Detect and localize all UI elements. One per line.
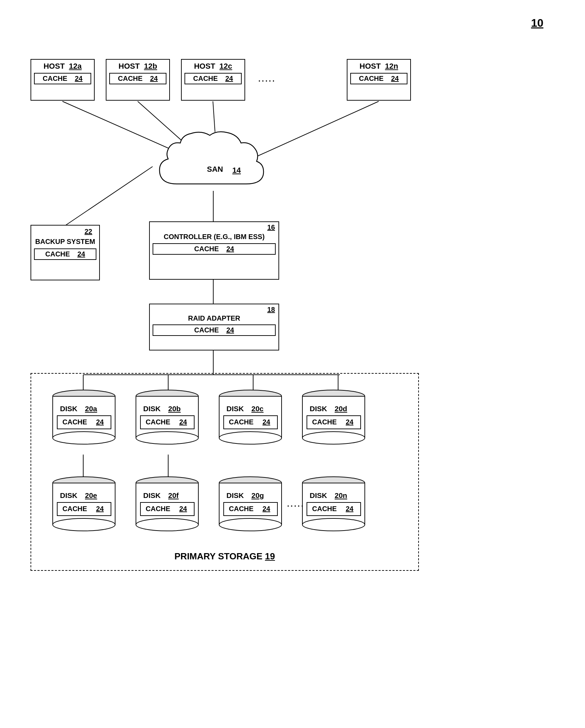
controller-label: CONTROLLER (E.G., IBM ESS)	[150, 231, 278, 242]
svg-text:24: 24	[263, 418, 270, 426]
disk-20a: DISK 20a CACHE 24	[50, 389, 118, 455]
disk-20e: DISK 20e CACHE 24	[50, 475, 118, 541]
svg-text:20b: 20b	[168, 405, 181, 413]
controller-cache-ref: 24	[226, 245, 234, 253]
svg-text:CACHE: CACHE	[229, 505, 253, 513]
svg-text:CACHE: CACHE	[312, 505, 337, 513]
controller-box: 16 CONTROLLER (E.G., IBM ESS) CACHE 24	[149, 221, 279, 280]
svg-text:24: 24	[179, 505, 187, 513]
host-12c-title: HOST 12c	[182, 60, 244, 71]
svg-line-5	[65, 167, 153, 226]
host-12b-cache-ref: 24	[150, 75, 158, 83]
svg-text:DISK: DISK	[60, 405, 77, 413]
raid-cache-ref: 24	[226, 326, 234, 334]
svg-point-43	[302, 432, 365, 444]
raid-label: RAID ADAPTER	[150, 314, 278, 323]
backup-cache: CACHE 24	[34, 248, 96, 260]
svg-text:20f: 20f	[168, 491, 179, 499]
host-12n-box: HOST 12n CACHE 24	[347, 59, 411, 101]
svg-text:DISK: DISK	[226, 405, 244, 413]
svg-text:DISK: DISK	[143, 491, 161, 499]
page-number: 10	[531, 17, 543, 29]
disk-20n: DISK 20n CACHE 24	[300, 475, 368, 541]
svg-text:24: 24	[346, 505, 354, 513]
host-12a-title: HOST 12a	[31, 60, 94, 71]
svg-text:20g: 20g	[251, 491, 264, 499]
svg-text:DISK: DISK	[143, 405, 161, 413]
disk-20c: DISK 20c CACHE 24	[217, 389, 284, 455]
svg-text:CACHE: CACHE	[146, 418, 170, 426]
host-12b-title: HOST 12b	[106, 60, 169, 71]
svg-text:24: 24	[263, 505, 270, 513]
svg-text:SAN: SAN	[207, 165, 223, 173]
host-12n-cache: CACHE 24	[350, 73, 407, 84]
svg-text:CACHE: CACHE	[312, 418, 337, 426]
host-12b-box: HOST 12b CACHE 24	[106, 59, 170, 101]
host-12a-ref: 12a	[69, 62, 82, 70]
backup-cache-ref: 24	[77, 250, 85, 258]
disk-20b: DISK 20b CACHE 24	[134, 389, 201, 455]
backup-ref: 22	[31, 226, 99, 236]
svg-text:20a: 20a	[85, 405, 97, 413]
svg-text:20c: 20c	[251, 405, 264, 413]
svg-text:20d: 20d	[335, 405, 347, 413]
svg-point-51	[53, 518, 115, 531]
svg-text:14: 14	[232, 166, 241, 175]
host-12n-title: HOST 12n	[347, 60, 410, 71]
svg-point-67	[219, 518, 282, 531]
svg-text:DISK: DISK	[226, 491, 244, 499]
backup-label: BACKUP SYSTEM	[31, 236, 99, 247]
svg-text:20n: 20n	[335, 491, 347, 499]
host-12c-cache-label: CACHE	[193, 75, 218, 83]
disk-20f: DISK 20f CACHE 24	[134, 475, 201, 541]
svg-line-2	[213, 101, 215, 132]
disk-20d: DISK 20d CACHE 24	[300, 389, 368, 455]
svg-text:DISK: DISK	[310, 491, 327, 499]
svg-point-19	[53, 432, 115, 444]
svg-point-35	[219, 432, 282, 444]
svg-text:DISK: DISK	[310, 405, 327, 413]
controller-cache: CACHE 24	[153, 243, 276, 255]
host-12n-cache-label: CACHE	[359, 75, 384, 83]
svg-text:24: 24	[96, 505, 104, 513]
svg-text:CACHE: CACHE	[229, 418, 253, 426]
host-12n-ref: 12n	[385, 62, 398, 70]
host-12b-cache-label: CACHE	[118, 75, 143, 83]
host-12c-box: HOST 12c CACHE 24	[181, 59, 245, 101]
backup-cache-label: CACHE	[45, 250, 70, 258]
primary-storage-label: PRIMARY STORAGE 19	[31, 551, 418, 562]
host-12a-cache-ref: 24	[75, 75, 83, 83]
host-12c-cache-ref: 24	[225, 75, 233, 83]
host-12a-cache: CACHE 24	[34, 73, 91, 84]
svg-point-59	[136, 518, 198, 531]
dots-hosts: .....	[258, 75, 276, 84]
svg-text:DISK: DISK	[60, 491, 77, 499]
disk-20g: DISK 20g CACHE 24	[217, 475, 284, 541]
raid-ref: 18	[267, 306, 275, 314]
svg-text:20e: 20e	[85, 491, 97, 499]
host-12a-cache-label: CACHE	[43, 75, 67, 83]
controller-cache-label: CACHE	[194, 245, 219, 253]
svg-text:CACHE: CACHE	[62, 505, 87, 513]
svg-point-27	[136, 432, 198, 444]
raid-cache: CACHE 24	[153, 324, 276, 336]
svg-text:24: 24	[346, 418, 354, 426]
host-12c-cache: CACHE 24	[184, 73, 242, 84]
host-12n-cache-ref: 24	[391, 75, 399, 83]
host-12c-ref: 12c	[220, 62, 232, 70]
svg-point-75	[302, 518, 365, 531]
host-12a-box: HOST 12a CACHE 24	[31, 59, 95, 101]
raid-adapter-box: 18 RAID ADAPTER CACHE 24	[149, 304, 279, 350]
host-12b-ref: 12b	[144, 62, 157, 70]
raid-cache-label: CACHE	[194, 326, 219, 334]
svg-text:24: 24	[96, 418, 104, 426]
svg-text:CACHE: CACHE	[62, 418, 87, 426]
svg-text:CACHE: CACHE	[146, 505, 170, 513]
host-12b-cache: CACHE 24	[109, 73, 166, 84]
backup-system-box: 22 BACKUP SYSTEM CACHE 24	[31, 225, 100, 280]
san-cloud: SAN 14	[149, 128, 274, 193]
controller-ref: 16	[267, 223, 275, 231]
svg-text:24: 24	[179, 418, 187, 426]
